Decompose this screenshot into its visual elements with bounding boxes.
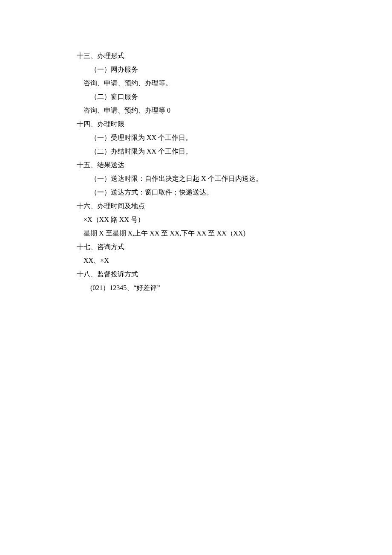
section-15-item1: （一）送达时限：自作出决定之日起 X 个工作日内送达。 (90, 172, 315, 186)
document-body: 十三、办理形式 （一）网办服务 咨询、申请、预约、办理等。 （二）窗口服务 咨询… (77, 49, 315, 295)
section-17-heading: 十七、咨询方式 (77, 240, 315, 254)
section-13-item2-detail: 咨询、申请、预约、办理等 0 (84, 104, 315, 117)
section-16-heading: 十六、办理时间及地点 (77, 199, 315, 213)
section-16-line1: ×X（XX 路 XX 号） (84, 213, 315, 227)
section-14-heading: 十四、办理时限 (77, 117, 315, 131)
section-15-heading: 十五、结果送达 (77, 158, 315, 172)
section-13-item1: （一）网办服务 (90, 63, 315, 76)
section-17-line1: XX、×X (84, 254, 315, 267)
section-13-item2: （二）窗口服务 (90, 90, 315, 104)
section-13-item1-detail: 咨询、申请、预约、办理等。 (84, 76, 315, 90)
section-13-heading: 十三、办理形式 (77, 49, 315, 63)
section-18-heading: 十八、监督投诉方式 (77, 267, 315, 281)
section-15-item2: （一）送达方式：窗口取件；快递送达。 (90, 186, 315, 199)
section-16-line2: 星期 X 至星期 X,上午 XX 至 XX,下午 XX 至 XX（XX) (84, 227, 315, 240)
section-14-item1: （一）受理时限为 XX 个工作日。 (90, 131, 315, 145)
section-14-item2: （二）办结时限为 XX 个工作日。 (90, 145, 315, 158)
section-18-line1: (021）12345、“好差评” (90, 281, 315, 295)
